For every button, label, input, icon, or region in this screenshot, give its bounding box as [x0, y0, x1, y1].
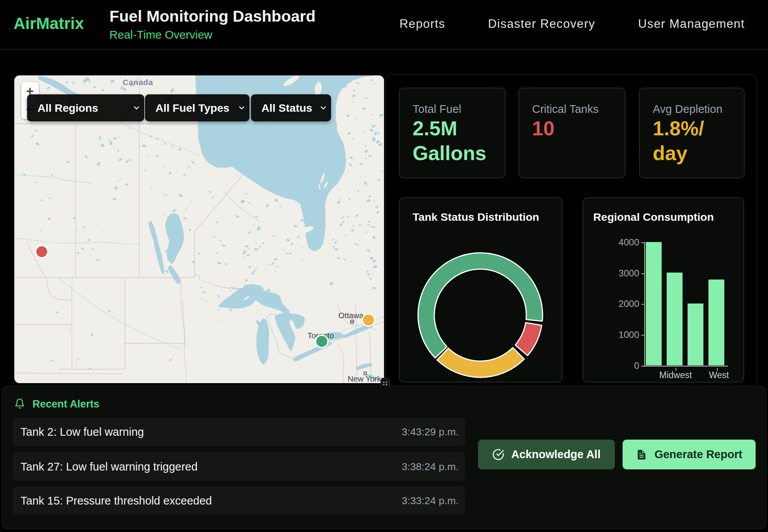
svg-text:New York: New York [348, 374, 381, 383]
svg-text:Ottawa: Ottawa [338, 311, 364, 320]
svg-text:Canada: Canada [123, 78, 153, 87]
